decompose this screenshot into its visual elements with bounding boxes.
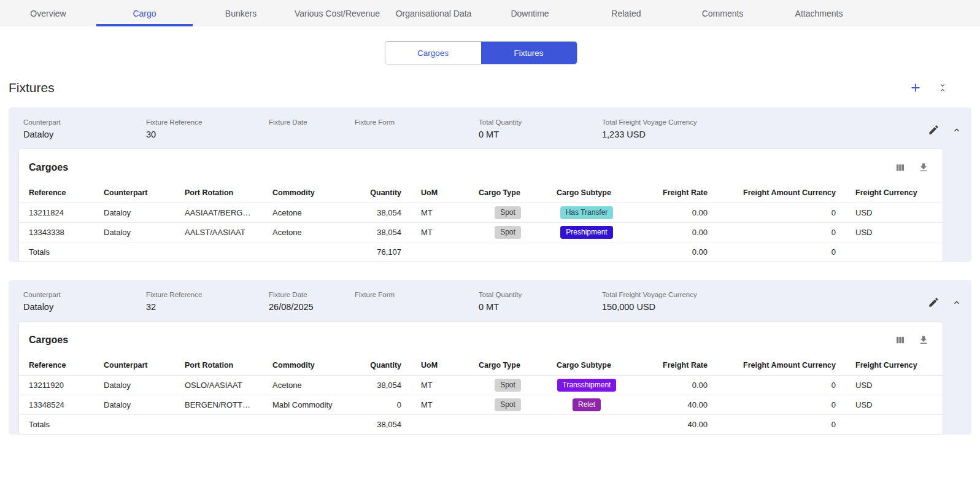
- col-header-counterpart: Counterpart: [94, 183, 175, 203]
- collapse-all-button[interactable]: [937, 82, 948, 93]
- tab-bunkers[interactable]: Bunkers: [193, 0, 289, 26]
- col-header-reference: Reference: [19, 183, 94, 203]
- col-header-reference: Reference: [19, 355, 94, 375]
- cell-cargo-subtype: Relet: [547, 395, 627, 414]
- cargoes-card: Cargoes ReferenceCounterpartPort Rotati: [18, 149, 943, 262]
- columns-button[interactable]: [895, 335, 906, 346]
- table-row[interactable]: 13211824DataloyAASIAAT/BERGENAcetone38,0…: [19, 203, 943, 222]
- cargoes-card: Cargoes ReferenceCounterpartPort Rotati: [18, 321, 943, 435]
- col-header-freight-rate: Freight Rate: [627, 355, 717, 375]
- toggle-fixtures[interactable]: Fixtures: [481, 42, 577, 64]
- totals-empty: [846, 414, 943, 434]
- col-header-cargo-type: Cargo Type: [469, 183, 547, 203]
- totals-row: Totals38,05440.000: [19, 414, 943, 434]
- col-header-port-rotation: Port Rotation: [175, 355, 263, 375]
- col-header-cargo-subtype: Cargo Subtype: [547, 183, 627, 203]
- totals-freight-amount-currency: 0: [717, 242, 846, 261]
- cell-freight-rate: 0.00: [627, 203, 717, 222]
- totals-empty: [846, 242, 943, 261]
- cell-reference: 13211920: [19, 375, 94, 395]
- col-header-cargo-subtype: Cargo Subtype: [547, 355, 627, 375]
- totals-empty: [411, 414, 469, 434]
- col-header-freight-amount-currency: Freight Amount Currency: [717, 355, 846, 375]
- download-button[interactable]: [918, 335, 929, 346]
- cell-commodity: Acetone: [263, 203, 349, 222]
- col-header-freight-rate: Freight Rate: [627, 183, 717, 203]
- columns-button[interactable]: [895, 162, 906, 173]
- field-total-quantity: Total Quantity0 MT: [479, 118, 602, 141]
- tab-related[interactable]: Related: [578, 0, 674, 26]
- fixture-fields: CounterpartDataloyFixture Reference30Fix…: [23, 118, 928, 141]
- fixture-header: CounterpartDataloyFixture Reference30Fix…: [9, 107, 971, 149]
- field-value: Dataloy: [23, 128, 146, 141]
- totals-label: Totals: [19, 414, 94, 434]
- tab-comments[interactable]: Comments: [674, 0, 771, 26]
- tab-label: Related: [611, 9, 641, 18]
- collapse-fixture-button[interactable]: [952, 298, 962, 308]
- col-header-freight-currency: Freight Currency: [846, 183, 943, 203]
- totals-row: Totals76,1070.000: [19, 242, 943, 261]
- download-icon: [918, 162, 929, 173]
- field-counterpart: CounterpartDataloy: [23, 290, 146, 314]
- field-label: Counterpart: [23, 290, 146, 300]
- tab-label: Bunkers: [225, 9, 257, 18]
- cargo-subtype-chip: Transshipment: [557, 379, 617, 392]
- edit-fixture-button[interactable]: [928, 296, 939, 308]
- tab-overview[interactable]: Overview: [0, 0, 96, 26]
- table-row[interactable]: 13211920DataloyOSLO/AASIAATAcetone38,054…: [19, 375, 943, 395]
- field-total-freight-voyage-currency: Total Freight Voyage Currency150,000 USD: [602, 290, 928, 314]
- totals-freight-rate: 40.00: [627, 414, 717, 434]
- edit-fixture-button[interactable]: [928, 124, 939, 136]
- field-fixture-form: Fixture Form: [355, 290, 479, 314]
- pencil-icon: [928, 124, 939, 136]
- col-header-quantity: Quantity: [349, 355, 411, 375]
- tab-downtime[interactable]: Downtime: [482, 0, 578, 26]
- cell-freight-rate: 0.00: [627, 375, 717, 395]
- col-header-uom: UoM: [411, 355, 469, 375]
- cell-port-rotation: BERGEN/ROTT…: [175, 395, 263, 414]
- section-header: Fixtures: [0, 64, 980, 107]
- tab-cargo[interactable]: Cargo: [96, 0, 193, 26]
- cell-reference: 13348524: [19, 395, 94, 414]
- field-fixture-date: Fixture Date: [269, 118, 355, 141]
- totals-empty: [94, 242, 175, 261]
- add-fixture-button[interactable]: [909, 81, 922, 95]
- cargo-subtype-chip: Relet: [573, 398, 601, 411]
- cargoes-title: Cargoes: [29, 162, 68, 173]
- cargo-type-chip: Spot: [495, 226, 521, 239]
- toggle-cargoes[interactable]: Cargoes: [385, 42, 481, 64]
- cell-freight-currency: USD: [846, 222, 943, 242]
- cell-freight-amount-currency: 0: [717, 395, 846, 414]
- col-header-commodity: Commodity: [263, 183, 349, 203]
- cell-port-rotation: OSLO/AASIAAT: [175, 375, 263, 395]
- field-label: Total Freight Voyage Currency: [602, 290, 928, 300]
- field-label: Counterpart: [23, 118, 146, 127]
- cell-port-rotation: AALST/AASIAAT: [175, 222, 263, 242]
- cell-freight-currency: USD: [846, 375, 943, 395]
- field-label: Fixture Form: [355, 290, 479, 300]
- columns-icon: [895, 335, 906, 346]
- totals-empty: [175, 242, 263, 261]
- cell-cargo-subtype: Preshipment: [547, 222, 627, 242]
- tab-attachments[interactable]: Attachments: [771, 0, 867, 26]
- cargo-type-chip: Spot: [495, 398, 521, 411]
- cell-commodity: Acetone: [263, 222, 349, 242]
- cell-quantity: 38,054: [349, 375, 411, 395]
- download-button[interactable]: [918, 162, 929, 173]
- tab-various-cost-revenue[interactable]: Various Cost/Revenue: [289, 0, 385, 26]
- cell-cargo-type: Spot: [469, 395, 547, 414]
- download-icon: [918, 335, 929, 346]
- field-fixture-form: Fixture Form: [355, 118, 479, 141]
- view-toggle-wrap: CargoesFixtures: [0, 41, 980, 64]
- cell-counterpart: Dataloy: [94, 222, 175, 242]
- field-label: Fixture Reference: [146, 290, 269, 300]
- tab-label: Various Cost/Revenue: [295, 9, 380, 18]
- fixture-card: CounterpartDataloyFixture Reference32Fix…: [9, 280, 971, 435]
- table-row[interactable]: 13343338DataloyAALST/AASIAATAcetone38,05…: [19, 222, 943, 242]
- table-row[interactable]: 13348524DataloyBERGEN/ROTT…Mabl Commodit…: [19, 395, 943, 414]
- field-total-freight-voyage-currency: Total Freight Voyage Currency1,233 USD: [602, 118, 928, 141]
- fixture-header: CounterpartDataloyFixture Reference32Fix…: [9, 280, 971, 321]
- collapse-fixture-button[interactable]: [952, 125, 962, 135]
- tab-organisational-data[interactable]: Organisational Data: [385, 0, 482, 26]
- tab-label: Overview: [30, 9, 66, 18]
